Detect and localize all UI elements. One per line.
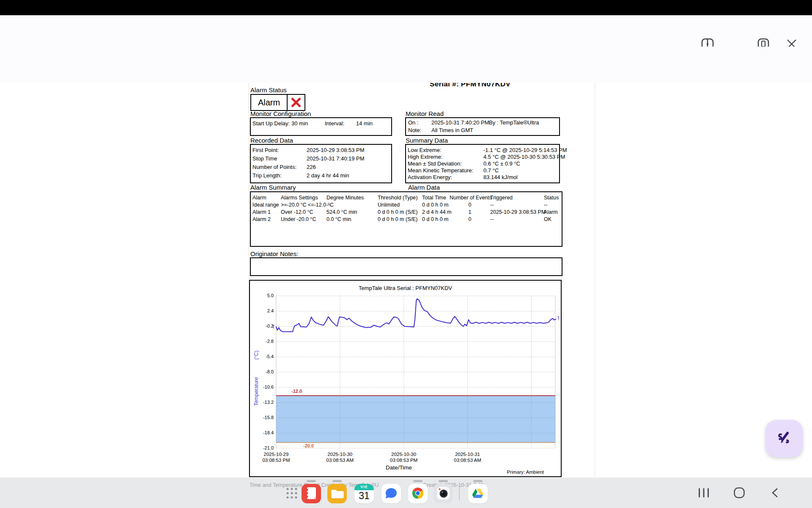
table-cell: 1 xyxy=(450,209,490,215)
taskbar: Time and Temperature Report Created by T… xyxy=(0,478,812,508)
calendar-weekday: VIE xyxy=(354,484,374,490)
folder-icon xyxy=(327,483,347,504)
row-label: Activation Energy: xyxy=(408,174,452,180)
table-cell: 2025-10-29 3:08:53 PM xyxy=(490,209,546,215)
table-row: Stop Time2025-10-31 7:40:19 PM xyxy=(251,155,391,162)
recents-icon xyxy=(698,487,709,500)
monitor-read-box: On : 2025-10-31 7:40:20 PM By : TempTale… xyxy=(405,117,560,136)
y-tick-label: -5.4 xyxy=(255,354,274,359)
row-value: 83.144 kJ/mol xyxy=(483,174,518,180)
table-cell: -- xyxy=(326,202,330,208)
back-nav-icon xyxy=(770,487,780,500)
y-tick-label: -18.4 xyxy=(255,430,274,435)
table-row: Activation Energy:83.144 kJ/mol xyxy=(406,174,559,180)
y-tick-label: -10.6 xyxy=(255,384,274,389)
by-value: By : TempTale®Ultra xyxy=(489,119,539,126)
pdf-viewer-content[interactable]: Serial #: PFMYN07KDV Alarm Status Alarm … xyxy=(0,83,812,483)
table-cell: Under -20.0 °C xyxy=(281,216,316,222)
pdf-page[interactable]: Serial #: PFMYN07KDV Alarm Status Alarm … xyxy=(249,83,595,483)
home-nav-button[interactable] xyxy=(729,483,749,503)
temperature-line xyxy=(276,299,556,332)
start-up-delay-label: Start Up Delay: xyxy=(252,120,290,127)
summary-data-label: Summary Data xyxy=(406,137,448,144)
alarm-x-icon xyxy=(288,95,304,110)
row-value: 2025-10-29 3:08:53 PM xyxy=(307,147,365,153)
note-label: Note: xyxy=(408,127,421,133)
my-files-app-button[interactable] xyxy=(327,484,347,503)
column-header: Number of Events xyxy=(450,195,490,201)
table-row: Mean Kinetic Temperature:0.7 °C xyxy=(406,167,559,174)
table-cell: Ideal range xyxy=(252,202,279,208)
table-cell: OK xyxy=(544,216,551,222)
table-cell: Alarm xyxy=(544,209,558,215)
calendar-day: 31 xyxy=(354,490,374,502)
table-cell: 2 d 4 h 44 m xyxy=(422,209,452,215)
table-cell: 0 d 0 h 0 m xyxy=(422,216,449,222)
table-row: Number of Points:226 xyxy=(251,164,391,170)
drive-app-button[interactable] xyxy=(468,484,488,503)
upper-limit-label: -12.0 xyxy=(291,389,302,394)
on-label: On : xyxy=(408,119,419,126)
table-row: High Extreme:4.5 °C @ 2025-10-30 5:30:53… xyxy=(406,154,559,160)
x-tick-label: 2025-10-3103:08:53 AM xyxy=(444,451,491,463)
originator-notes-box xyxy=(250,257,562,276)
interval-label: Interval: xyxy=(325,120,344,127)
x-tick-label: 2025-10-2903:08:53 PM xyxy=(253,451,299,463)
home-icon xyxy=(733,487,745,500)
table-cell: 0 d 0 h 0 m (S/E) xyxy=(378,216,417,222)
note-value: All Times in GMT xyxy=(431,127,473,133)
y-tick-label: -13.2 xyxy=(255,400,274,405)
row-label: Trip Length: xyxy=(252,172,282,179)
monitor-configuration-label: Monitor Configuration xyxy=(250,110,311,117)
table-cell: Over -12.0 °C xyxy=(281,209,313,215)
x-axis-title: Date/Time xyxy=(369,464,428,471)
serial-header: Serial #: PFMYN07KDV xyxy=(430,83,510,88)
row-label: High Extreme: xyxy=(408,154,442,160)
annotate-fab[interactable] xyxy=(765,420,803,457)
x-tick-label: 2025-10-3003:08:53 PM xyxy=(381,451,427,463)
lower-limit-label: -20.0 xyxy=(303,443,314,448)
row-label: Mean ± Std Deviation: xyxy=(408,160,462,167)
row-value: -1.1 °C @ 2025-10-29 5:14:53 PM xyxy=(483,147,567,153)
chrome-icon xyxy=(411,486,425,501)
row-label: Mean Kinetic Temperature: xyxy=(408,167,473,174)
document-title-bar: PFMYN07KDV_0.pdf xyxy=(0,47,812,83)
row-label: Low Extreme: xyxy=(408,147,441,153)
interval-value: 14 min xyxy=(356,120,373,127)
table-cell: Alarm 1 xyxy=(252,209,271,215)
end-marker: T xyxy=(557,315,559,320)
notes-app-button[interactable] xyxy=(302,484,321,503)
recents-nav-button[interactable] xyxy=(694,483,714,503)
table-cell: 0 xyxy=(450,216,490,222)
on-value: 2025-10-31 7:40:20 PM xyxy=(431,119,489,126)
back-nav-button[interactable] xyxy=(765,483,785,503)
window-toolbar xyxy=(0,15,812,47)
chrome-app-button[interactable] xyxy=(408,484,428,503)
originator-notes-label: Originator Notes: xyxy=(250,250,298,257)
chart-plot: TT xyxy=(250,281,559,475)
table-cell: 0 d 0 h 0 m (S/E) xyxy=(378,209,417,215)
y-tick-label: -2.8 xyxy=(255,339,274,344)
y-tick-label: 2.4 xyxy=(255,308,274,313)
y-tick-label: -21.0 xyxy=(255,445,274,450)
row-value: 0.7 °C xyxy=(483,167,499,174)
y-tick-label: -15.8 xyxy=(255,415,274,420)
app-drawer-button[interactable] xyxy=(282,484,302,503)
table-cell: -- xyxy=(490,202,494,208)
chart-primary-note: Primary: Ambient xyxy=(485,469,544,475)
column-header: Alarm xyxy=(252,195,266,201)
table-cell: >=-20.0 °C <=-12.0 °C xyxy=(281,202,334,208)
recent-indicator-camera xyxy=(439,480,448,482)
messages-app-button[interactable] xyxy=(381,484,401,503)
recorded-data-box: First Point:2025-10-29 3:08:53 PMStop Ti… xyxy=(250,144,392,183)
app-drawer-icon xyxy=(285,486,299,502)
y-tick-label: -8.0 xyxy=(255,369,274,374)
recorded-data-label: Recorded Data xyxy=(250,137,293,144)
camera-app-button[interactable] xyxy=(433,484,453,503)
table-row: First Point:2025-10-29 3:08:53 PM xyxy=(251,147,391,153)
status-bar xyxy=(0,0,812,15)
row-value: 4.5 °C @ 2025-10-30 5:30:53 PM xyxy=(483,154,565,160)
calendar-app-button[interactable]: VIE 31 xyxy=(354,484,374,503)
recent-indicator-drive xyxy=(473,480,483,482)
summary-data-box: Low Extreme:-1.1 °C @ 2025-10-29 5:14:53… xyxy=(405,144,560,183)
